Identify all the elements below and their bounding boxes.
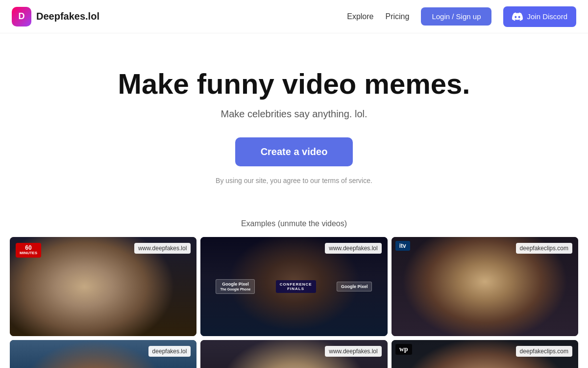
tos-text: By using our site, you agree to our term… xyxy=(216,177,372,184)
hero-title: Make funny video memes. xyxy=(10,68,578,101)
video-card-lebron[interactable]: Google PixelThe Google Phone CONFERENCEF… xyxy=(200,237,387,336)
watermark-ronaldo: deepfakeclips.com xyxy=(516,243,572,254)
watermark-biden: www.deepfakes.lol xyxy=(325,346,381,357)
site-logo[interactable]: D Deepfakes.lol xyxy=(12,7,99,26)
explore-link[interactable]: Explore xyxy=(347,12,373,21)
create-video-button[interactable]: Create a video xyxy=(235,137,353,166)
discord-label: Join Discord xyxy=(527,12,567,21)
logo-icon: D xyxy=(12,7,31,26)
discord-button[interactable]: Join Discord xyxy=(503,6,576,27)
examples-section: Examples (unmute the videos) 60 MINUTES … xyxy=(0,205,588,368)
video-card-trump[interactable]: 60 MINUTES www.deepfakes.lol xyxy=(10,237,196,336)
pricing-link[interactable]: Pricing xyxy=(385,12,409,21)
login-button[interactable]: Login / Sign up xyxy=(421,7,491,26)
video-card-biden[interactable]: www.deepfakes.lol xyxy=(200,340,387,368)
hero-subtitle: Make celebrities say anything. lol. xyxy=(10,108,578,120)
navbar: D Deepfakes.lol Explore Pricing Login / … xyxy=(0,0,588,33)
examples-label: Examples (unmute the videos) xyxy=(10,219,578,228)
nav-links: Explore Pricing Login / Sign up Join Dis… xyxy=(347,6,576,27)
site-title: Deepfakes.lol xyxy=(36,11,99,22)
badge-60min: 60 MINUTES xyxy=(16,243,41,258)
video-card-ronaldo[interactable]: itv deepfakeclips.com xyxy=(392,237,578,336)
watermark-person3: deepfakeclips.com xyxy=(516,346,572,357)
badge-wp: wp xyxy=(395,344,412,355)
video-card-person3[interactable]: wp deepfakeclips.com xyxy=(392,340,578,368)
watermark-lebron: www.deepfakes.lol xyxy=(325,243,381,254)
badge-itv: itv xyxy=(395,241,410,251)
hero-section: Make funny video memes. Make celebrities… xyxy=(0,33,588,205)
video-grid: 60 MINUTES www.deepfakes.lol Google Pixe… xyxy=(10,237,578,368)
video-card-person2[interactable]: deepfakes.lol xyxy=(10,340,196,368)
discord-icon xyxy=(512,11,523,22)
watermark-person2: deepfakes.lol xyxy=(148,346,191,357)
watermark-trump: www.deepfakes.lol xyxy=(134,243,191,254)
